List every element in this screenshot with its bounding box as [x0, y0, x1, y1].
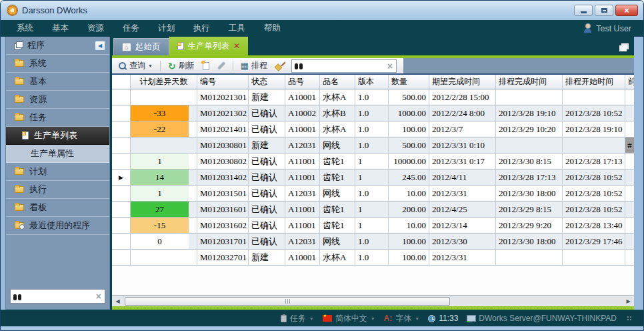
column-header-8[interactable]: 排程完成时间	[496, 75, 563, 89]
cell-sched_start[interactable]	[563, 250, 625, 266]
sidebar-item-9[interactable]: 最近使用的程序	[6, 217, 109, 235]
cell-ver[interactable]: 1	[355, 170, 389, 186]
column-header-2[interactable]: 状态	[249, 75, 285, 89]
column-header-7[interactable]: 期望完成时间	[429, 75, 496, 89]
cell-item_name[interactable]: 网线	[320, 137, 355, 153]
menu-item-2[interactable]: 资源	[78, 23, 113, 34]
cell-diff-days[interactable]: -15	[131, 218, 197, 234]
cell-sched_end[interactable]: 2012/3/30 8:15	[496, 153, 563, 170]
cell-id[interactable]: M012031402	[197, 170, 249, 186]
cell-due[interactable]: 2012/4/11	[429, 170, 496, 186]
cell-due[interactable]: 2012/3/31	[429, 186, 496, 202]
refresh-button[interactable]: ↻ 刷新	[165, 59, 197, 73]
cell-status[interactable]: 已确认	[249, 234, 285, 250]
sidebar-item-7[interactable]: 执行	[6, 181, 109, 199]
cell-ver[interactable]: 1	[355, 218, 389, 234]
cell-due[interactable]: 2012/2/24 8:00	[429, 105, 496, 121]
column-header-partial[interactable]: 前	[625, 75, 634, 89]
clear-icon[interactable]: ×	[95, 292, 102, 301]
cell-ver[interactable]: 1	[355, 202, 389, 218]
cell-id[interactable]: M012032701	[197, 250, 249, 266]
cell-item_name[interactable]: 齿轮1	[320, 202, 355, 218]
cell-ver[interactable]: 1.0	[355, 186, 389, 202]
cell-item_name[interactable]: 网线	[320, 234, 355, 250]
cell-ver[interactable]: 1.0	[355, 121, 389, 137]
cell-item_name[interactable]: 齿轮1	[320, 218, 355, 234]
cell-sched_start[interactable]: 2012/3/28 10:52	[563, 105, 625, 121]
row-selector[interactable]	[112, 105, 131, 121]
row-selector[interactable]	[112, 250, 131, 266]
sidebar-item-1[interactable]: 基本	[6, 73, 109, 91]
cell-status[interactable]: 已确认	[249, 218, 285, 234]
cell-sched_start[interactable]: 2012/3/28 17:13	[563, 153, 625, 170]
cell-status[interactable]: 新建	[249, 137, 285, 153]
column-header-3[interactable]: 品号	[285, 75, 320, 89]
table-row-6[interactable]: 1M012031501已确认A12031网线1.010.002012/3/312…	[112, 186, 634, 202]
cell-status[interactable]: 新建	[249, 250, 285, 266]
cell-due[interactable]: 2012/3/14	[429, 218, 496, 234]
menu-item-3[interactable]: 任务	[113, 23, 149, 34]
cell-due[interactable]: 2012/2/28 15:00	[429, 89, 496, 105]
cell-sched_start[interactable]	[563, 89, 625, 105]
cell-item_name[interactable]: 水杯B	[320, 105, 355, 121]
cell-id[interactable]: M012021301	[197, 89, 249, 105]
menu-item-6[interactable]: 工具	[219, 23, 255, 34]
cell-qty[interactable]: 100.00	[389, 121, 429, 137]
cell-id[interactable]: M012031701	[197, 234, 249, 250]
row-selector[interactable]	[112, 218, 131, 234]
cell-ver[interactable]: 1	[355, 153, 389, 170]
table-row-4[interactable]: 1M012030802已确认A11001齿轮1110000.002012/3/3…	[112, 153, 634, 170]
cell-sched_end[interactable]: 2012/3/28 17:13	[496, 170, 563, 186]
row-selector[interactable]: ▶	[112, 170, 131, 186]
cell-diff-days[interactable]: 1	[131, 186, 197, 202]
cell-sched_end[interactable]: 2012/3/30 18:00	[496, 234, 563, 250]
cell-sched_end[interactable]: 2012/3/28 19:10	[496, 105, 563, 121]
cell-qty[interactable]: 100.00	[389, 250, 429, 266]
table-row-9[interactable]: 0M012031701已确认A12031网线1.0100.002012/3/30…	[112, 234, 634, 250]
schedule-button[interactable]: ▦ 排程	[238, 59, 270, 73]
cell-id[interactable]: M012030801	[197, 137, 249, 153]
cell-sched_end[interactable]: 2012/3/29 10:20	[496, 121, 563, 137]
minimize-button[interactable]	[574, 5, 593, 16]
cell-item_no[interactable]: A11001	[285, 153, 320, 170]
edit-button[interactable]	[215, 63, 228, 68]
sidebar-collapse-button[interactable]: ◀	[95, 41, 105, 51]
table-row-2[interactable]: -22M012021401已确认A10001水杯A1.0100.002012/3…	[112, 121, 634, 137]
row-selector[interactable]	[112, 89, 131, 105]
cell-item_no[interactable]: A12031	[285, 186, 320, 202]
column-header-1[interactable]: 编号	[197, 75, 249, 89]
sidebar-item-0[interactable]: 系统	[6, 55, 109, 73]
column-header-4[interactable]: 品名	[320, 75, 355, 89]
cell-status[interactable]: 已确认	[249, 121, 285, 137]
cell-qty[interactable]: 500.00	[389, 137, 429, 153]
resize-grip[interactable]	[627, 316, 633, 322]
menu-item-0[interactable]: 系统	[7, 23, 43, 34]
cell-qty[interactable]: 500.00	[389, 89, 429, 105]
cell-sched_end[interactable]	[496, 89, 563, 105]
row-selector[interactable]	[112, 186, 131, 202]
cell-id[interactable]: M012021401	[197, 121, 249, 137]
cell-item_name[interactable]: 水杯A	[320, 250, 355, 266]
cell-item_no[interactable]: A11001	[285, 218, 320, 234]
cell-sched_start[interactable]: 2012/3/28 10:52	[563, 170, 625, 186]
cell-item_name[interactable]: 水杯A	[320, 121, 355, 137]
cell-item_name[interactable]: 齿轮1	[320, 153, 355, 170]
scroll-left-icon[interactable]: ◀	[112, 296, 123, 306]
cell-sched_end[interactable]	[496, 250, 563, 266]
new-button[interactable]	[200, 61, 212, 71]
cell-status[interactable]: 已确认	[249, 170, 285, 186]
cell-qty[interactable]: 245.00	[389, 170, 429, 186]
cell-item_name[interactable]: 网线	[320, 186, 355, 202]
cell-id[interactable]: M012021302	[197, 105, 249, 121]
cell-status[interactable]: 新建	[249, 89, 285, 105]
sidebar-item-3[interactable]: 任务	[6, 109, 109, 127]
column-header-0[interactable]: 计划差异天数	[131, 75, 197, 89]
cell-ver[interactable]: 1.0	[355, 250, 389, 266]
scroll-right-icon[interactable]: ▶	[623, 296, 634, 306]
cell-id[interactable]: M012031601	[197, 202, 249, 218]
cell-id[interactable]: M012031501	[197, 186, 249, 202]
cell-qty[interactable]: 200.00	[389, 202, 429, 218]
cell-due[interactable]: 2012/4/25	[429, 202, 496, 218]
cell-item_no[interactable]: A10001	[285, 121, 320, 137]
user-indicator[interactable]: Test User	[583, 24, 637, 33]
